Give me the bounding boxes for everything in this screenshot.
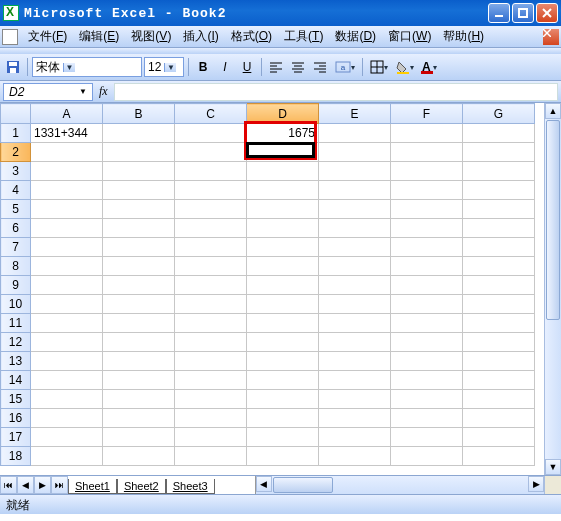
row-header-15[interactable]: 15	[1, 390, 31, 409]
cell-G17[interactable]	[463, 428, 535, 447]
formula-input[interactable]	[114, 83, 558, 101]
cell-C15[interactable]	[175, 390, 247, 409]
cell-C11[interactable]	[175, 314, 247, 333]
cell-B8[interactable]	[103, 257, 175, 276]
menu-data[interactable]: 数据(D)	[329, 26, 382, 47]
cell-F4[interactable]	[391, 181, 463, 200]
cell-E9[interactable]	[319, 276, 391, 295]
menu-view[interactable]: 视图(V)	[125, 26, 177, 47]
cell-F12[interactable]	[391, 333, 463, 352]
row-header-8[interactable]: 8	[1, 257, 31, 276]
fill-color-button[interactable]: ▾	[393, 57, 417, 77]
cell-C16[interactable]	[175, 409, 247, 428]
cell-A17[interactable]	[31, 428, 103, 447]
cell-C10[interactable]	[175, 295, 247, 314]
cell-D18[interactable]	[247, 447, 319, 466]
cell-D15[interactable]	[247, 390, 319, 409]
cell-E2[interactable]	[319, 143, 391, 162]
cell-A12[interactable]	[31, 333, 103, 352]
cell-A1[interactable]: 1331+344	[31, 124, 103, 143]
cell-E1[interactable]	[319, 124, 391, 143]
cell-B1[interactable]	[103, 124, 175, 143]
cell-A10[interactable]	[31, 295, 103, 314]
cell-C18[interactable]	[175, 447, 247, 466]
cell-G16[interactable]	[463, 409, 535, 428]
select-all-corner[interactable]	[1, 104, 31, 124]
cell-G7[interactable]	[463, 238, 535, 257]
cell-G18[interactable]	[463, 447, 535, 466]
menu-edit[interactable]: 编辑(E)	[73, 26, 125, 47]
vscroll-track[interactable]	[545, 321, 561, 459]
cell-B15[interactable]	[103, 390, 175, 409]
sheet-tab-2[interactable]: Sheet2	[117, 479, 166, 494]
borders-button[interactable]: ▾	[367, 57, 391, 77]
cell-E14[interactable]	[319, 371, 391, 390]
cell-B12[interactable]	[103, 333, 175, 352]
cell-A9[interactable]	[31, 276, 103, 295]
cell-E3[interactable]	[319, 162, 391, 181]
scroll-right-button[interactable]: ▶	[528, 476, 544, 492]
cell-F11[interactable]	[391, 314, 463, 333]
cell-F13[interactable]	[391, 352, 463, 371]
menu-file[interactable]: 文件(F)	[22, 26, 73, 47]
cell-G12[interactable]	[463, 333, 535, 352]
sheet-tab-1[interactable]: Sheet1	[68, 479, 117, 494]
cells-table[interactable]: ABCDEFG11331+344167523456789101112131415…	[0, 103, 535, 466]
menu-window[interactable]: 窗口(W)	[382, 26, 437, 47]
cell-D14[interactable]	[247, 371, 319, 390]
cell-G1[interactable]	[463, 124, 535, 143]
column-header-F[interactable]: F	[391, 104, 463, 124]
align-left-button[interactable]	[266, 57, 286, 77]
scroll-up-button[interactable]: ▲	[545, 103, 561, 119]
row-header-1[interactable]: 1	[1, 124, 31, 143]
cell-G2[interactable]	[463, 143, 535, 162]
cell-C17[interactable]	[175, 428, 247, 447]
cell-D11[interactable]	[247, 314, 319, 333]
cell-G14[interactable]	[463, 371, 535, 390]
row-header-10[interactable]: 10	[1, 295, 31, 314]
cell-A4[interactable]	[31, 181, 103, 200]
row-header-16[interactable]: 16	[1, 409, 31, 428]
fx-label[interactable]: fx	[99, 84, 108, 99]
cell-A6[interactable]	[31, 219, 103, 238]
cell-D2[interactable]	[247, 143, 319, 162]
cell-B3[interactable]	[103, 162, 175, 181]
cell-G8[interactable]	[463, 257, 535, 276]
tab-next-button[interactable]: ▶	[34, 476, 51, 494]
hscroll-thumb[interactable]	[273, 477, 333, 493]
save-button[interactable]	[3, 57, 23, 77]
cell-D8[interactable]	[247, 257, 319, 276]
cell-A2[interactable]	[31, 143, 103, 162]
cell-E5[interactable]	[319, 200, 391, 219]
cell-G5[interactable]	[463, 200, 535, 219]
tab-last-button[interactable]: ⏭	[51, 476, 68, 494]
cell-D12[interactable]	[247, 333, 319, 352]
cell-D17[interactable]	[247, 428, 319, 447]
cell-A5[interactable]	[31, 200, 103, 219]
cell-G3[interactable]	[463, 162, 535, 181]
cell-D13[interactable]	[247, 352, 319, 371]
row-header-9[interactable]: 9	[1, 276, 31, 295]
cell-F14[interactable]	[391, 371, 463, 390]
cell-C4[interactable]	[175, 181, 247, 200]
cell-B13[interactable]	[103, 352, 175, 371]
row-header-18[interactable]: 18	[1, 447, 31, 466]
sheet-tab-3[interactable]: Sheet3	[166, 479, 215, 494]
cell-B14[interactable]	[103, 371, 175, 390]
cell-B17[interactable]	[103, 428, 175, 447]
cell-A11[interactable]	[31, 314, 103, 333]
cell-E6[interactable]	[319, 219, 391, 238]
row-header-2[interactable]: 2	[1, 143, 31, 162]
cell-E15[interactable]	[319, 390, 391, 409]
cell-D7[interactable]	[247, 238, 319, 257]
align-right-button[interactable]	[310, 57, 330, 77]
cell-G15[interactable]	[463, 390, 535, 409]
cell-F16[interactable]	[391, 409, 463, 428]
cell-D1[interactable]: 1675	[247, 124, 319, 143]
cell-F7[interactable]	[391, 238, 463, 257]
cell-B10[interactable]	[103, 295, 175, 314]
document-close-button[interactable]	[543, 29, 559, 45]
cell-F15[interactable]	[391, 390, 463, 409]
cell-C7[interactable]	[175, 238, 247, 257]
italic-button[interactable]: I	[215, 57, 235, 77]
